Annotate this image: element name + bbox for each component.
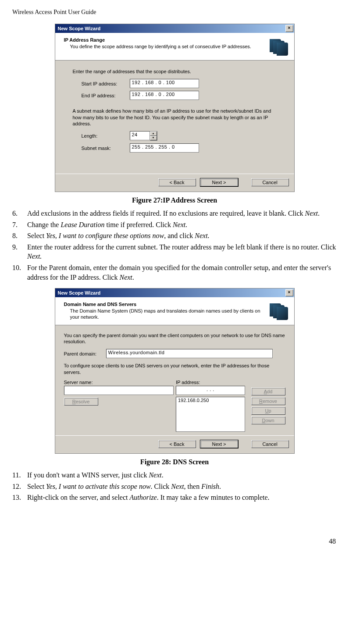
list-item: 13.Right-click on the server, and select…	[12, 493, 337, 502]
wizard-header: Domain Name and DNS Servers The Domain N…	[55, 297, 294, 325]
list-item: 6.Add exclusions in the address fields i…	[12, 209, 337, 218]
dialog-title: New Scope Wizard	[58, 290, 101, 295]
wizard-icon	[268, 302, 289, 320]
next-button[interactable]: Next >	[200, 440, 238, 448]
wizard-header: IP Address Range You define the scope ad…	[55, 33, 294, 60]
length-label: Length:	[82, 133, 130, 139]
wizard-subheading: You define the scope address range by id…	[70, 43, 264, 50]
instructions-list: 6.Add exclusions in the address fields i…	[12, 209, 337, 282]
figure-28-caption: Figure 28: DNS Screen	[12, 458, 337, 466]
cancel-button[interactable]: Cancel	[251, 440, 289, 448]
close-icon[interactable]: ×	[285, 289, 293, 296]
back-button[interactable]: < Back	[158, 440, 196, 448]
wizard-icon	[268, 37, 289, 56]
dns-text: To configure scope clients to use DNS se…	[64, 363, 285, 375]
resolve-button[interactable]: Resolve	[64, 398, 98, 406]
end-ip-label: End IP address:	[82, 93, 130, 98]
remove-button[interactable]: Remove	[251, 397, 285, 405]
parent-domain-label: Parent domain:	[64, 351, 106, 356]
server-name-input[interactable]	[64, 386, 174, 395]
dialog-title: New Scope Wizard	[58, 26, 101, 31]
subnet-input[interactable]: 255 . 255 . 255 . 0	[130, 143, 199, 153]
mask-text: A subnet mask defines how many bits of a…	[73, 108, 281, 127]
parent-domain-input[interactable]: Wireless.yourdomain.tld	[106, 349, 273, 358]
spinner-buttons[interactable]: ▲▼	[150, 131, 157, 141]
subnet-label: Subnet mask:	[82, 146, 130, 151]
page-number: 48	[12, 537, 337, 545]
intro-text: Enter the range of addresses that the sc…	[73, 68, 281, 75]
titlebar: New Scope Wizard ×	[55, 24, 294, 33]
instructions-list-2: 11.If you don't want a WINS server, just…	[12, 470, 337, 502]
list-item: 9.Enter the router address for the curre…	[12, 242, 337, 261]
list-item: 7.Change the Lease Duration time if pref…	[12, 220, 337, 230]
length-input[interactable]: 24	[130, 131, 150, 140]
list-item: 11.If you don't want a WINS server, just…	[12, 470, 337, 480]
start-ip-label: Start IP address:	[82, 81, 130, 86]
wizard-heading: Domain Name and DNS Servers	[64, 302, 264, 307]
ip-address-label: IP address:	[176, 380, 246, 385]
list-item: 10.For the Parent domain, enter the doma…	[12, 263, 337, 282]
length-spinner[interactable]: 24 ▲▼	[130, 131, 157, 141]
end-ip-input[interactable]: 192 . 168 . 0 . 200	[130, 91, 199, 100]
page-header: Wireless Access Point User Guide	[12, 9, 337, 16]
ip-listbox[interactable]: 192.168.0.250	[176, 397, 245, 432]
down-button[interactable]: Down	[251, 416, 285, 424]
dns-dialog: New Scope Wizard × Domain Name and DNS S…	[55, 288, 295, 454]
ip-address-input[interactable]: . . .	[176, 386, 245, 395]
back-button[interactable]: < Back	[158, 178, 196, 186]
start-ip-input[interactable]: 192 . 168 . 0 . 100	[130, 79, 199, 88]
cancel-button[interactable]: Cancel	[251, 178, 289, 186]
server-name-label: Server name:	[64, 380, 176, 385]
intro-text: You can specify the parent domain you wa…	[64, 332, 285, 345]
list-item: 8.Select Yes, I want to configure these …	[12, 231, 337, 241]
list-item: 12.Select Yes, I want to activate this s…	[12, 482, 337, 491]
up-button[interactable]: Up	[251, 407, 285, 415]
next-button[interactable]: Next >	[200, 178, 238, 186]
close-icon[interactable]: ×	[285, 25, 293, 32]
figure-27-caption: Figure 27:IP Address Screen	[12, 196, 337, 204]
ip-address-dialog: New Scope Wizard × IP Address Range You …	[55, 24, 295, 192]
titlebar: New Scope Wizard ×	[55, 288, 294, 297]
add-button[interactable]: Add	[251, 388, 285, 395]
wizard-subheading: The Domain Name System (DNS) maps and tr…	[70, 308, 264, 320]
wizard-heading: IP Address Range	[64, 37, 264, 43]
